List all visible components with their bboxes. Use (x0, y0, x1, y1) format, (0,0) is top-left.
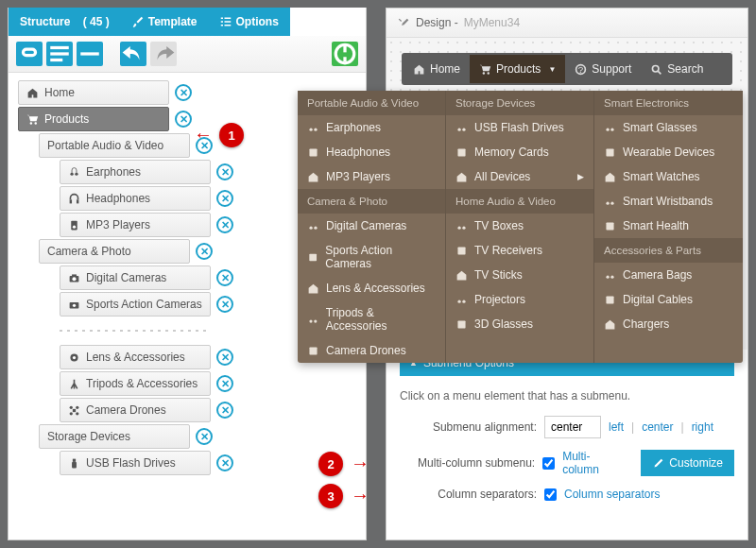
undo-button[interactable] (120, 42, 146, 66)
tree-item[interactable]: Lens & Accessories (60, 345, 211, 369)
mega-item[interactable]: Digital Cameras (298, 214, 445, 238)
mega-column: Portable Audio & VideoEarphonesHeadphone… (298, 91, 446, 363)
tree-item[interactable]: MP3 Players (60, 213, 211, 237)
mega-item[interactable]: Lens & Accessories (298, 276, 445, 300)
mega-item[interactable]: 3D Glasses (446, 312, 593, 336)
tree-item-label: Camera Drones (86, 403, 166, 417)
mega-item[interactable]: Smart Watches (594, 164, 743, 189)
mega-group-header: Camera & Photo (298, 189, 445, 214)
delete-button[interactable]: ✕ (216, 269, 233, 286)
svg-point-54 (462, 226, 465, 229)
multi-checkbox[interactable] (542, 457, 555, 470)
menu-products[interactable]: Products▼ (470, 55, 565, 83)
mega-item[interactable]: Headphones (298, 140, 445, 164)
mega-item[interactable]: Smart Glasses (594, 115, 743, 140)
tab-template[interactable]: Template (121, 8, 209, 36)
delete-button[interactable]: ✕ (216, 349, 233, 366)
redo-button[interactable] (150, 42, 177, 66)
tree-item[interactable]: Earphones (60, 160, 211, 184)
multi-link[interactable]: Multi-column (562, 450, 626, 476)
menu-home[interactable]: Home (404, 55, 470, 83)
align-left-link[interactable]: left (609, 420, 624, 434)
mega-item[interactable]: Smart Health (594, 214, 743, 238)
mega-item[interactable]: Earphones (298, 115, 445, 140)
tree-item[interactable]: Products (18, 107, 169, 131)
mega-group-header: Home Audio & Video (446, 189, 593, 214)
delete-button[interactable]: ✕ (216, 296, 233, 313)
mega-item[interactable]: TV Receivers (446, 238, 593, 263)
customize-button[interactable]: Customize (641, 450, 734, 476)
tree-item[interactable]: Home (18, 80, 169, 105)
svg-rect-64 (606, 222, 613, 230)
delete-button[interactable]: ✕ (196, 243, 213, 260)
tree-item[interactable]: Camera & Photo (39, 239, 190, 264)
align-center-link[interactable]: center (642, 420, 673, 434)
headphones-icon (68, 193, 80, 205)
apply-button[interactable] (332, 42, 358, 66)
tree-item[interactable]: Tripods & Accessories (60, 371, 211, 396)
tree-item[interactable]: Portable Audio & Video (39, 133, 190, 158)
svg-rect-49 (309, 347, 317, 354)
mega-item[interactable]: Camera Bags (594, 263, 743, 287)
tree-item[interactable]: Digital Cameras (60, 265, 211, 290)
sep-checkbox[interactable] (544, 488, 557, 501)
text-button[interactable] (46, 42, 73, 66)
svg-text:?: ? (578, 63, 584, 74)
mega-item[interactable]: Wearable Devices (594, 140, 743, 164)
tab-options[interactable]: Options (209, 8, 290, 36)
delete-button[interactable]: ✕ (216, 402, 233, 419)
tree-item-label: MP3 Players (86, 218, 150, 231)
delete-button[interactable]: ✕ (216, 163, 233, 180)
delete-button[interactable]: ✕ (216, 190, 233, 207)
mega-item[interactable]: TV Boxes (446, 214, 593, 238)
item-icon (307, 251, 318, 264)
preview-menubar: Home Products▼ ?Support Search (402, 53, 732, 85)
tree-item-label: Storage Devices (47, 430, 130, 443)
svg-rect-4 (220, 25, 222, 26)
mega-item[interactable]: Digital Cables (594, 287, 743, 312)
delete-button[interactable]: ✕ (196, 428, 213, 445)
submenu-options: ▲ Submenu Options Click on a menu elemen… (387, 350, 747, 520)
delete-button[interactable]: ✕ (175, 111, 192, 128)
mega-item[interactable]: Smart Wristbands (594, 189, 743, 214)
mega-item[interactable]: Chargers (594, 312, 743, 336)
mega-item[interactable]: USB Flash Drives (446, 115, 593, 140)
mega-item[interactable]: TV Sticks (446, 263, 593, 287)
mega-item[interactable]: All Devices▶ (446, 164, 593, 189)
mega-item[interactable]: Tripods & Accessories (298, 300, 445, 338)
tree-item[interactable]: Headphones (60, 186, 211, 211)
cart-icon (479, 63, 491, 76)
delete-button[interactable]: ✕ (175, 84, 192, 101)
mega-group-header: Smart Electronics (594, 91, 743, 115)
align-right-link[interactable]: right (692, 420, 713, 434)
mega-item[interactable]: MP3 Players (298, 164, 445, 189)
tree-separator (60, 328, 211, 334)
svg-rect-2 (220, 21, 222, 23)
delete-button[interactable]: ✕ (216, 216, 233, 233)
menu-search[interactable]: Search (641, 55, 713, 83)
svg-rect-61 (606, 148, 613, 156)
svg-line-40 (658, 71, 661, 74)
tree-item[interactable]: USB Flash Drives (60, 451, 211, 475)
item-icon (604, 220, 616, 232)
sep-link[interactable]: Column separators (564, 488, 660, 501)
mega-item[interactable]: Camera Drones (298, 338, 445, 363)
svg-point-56 (457, 300, 460, 302)
tree-item[interactable]: Sports Action Cameras (60, 292, 211, 317)
menu-support[interactable]: ?Support (565, 55, 641, 83)
tree-item[interactable]: Storage Devices (39, 424, 190, 449)
svg-rect-34 (72, 461, 77, 468)
mega-item[interactable]: Sports Action Cameras (298, 238, 445, 276)
mega-item[interactable]: Memory Cards (446, 140, 593, 164)
tab-structure[interactable]: Structure ( 45 ) (9, 8, 121, 36)
svg-rect-58 (457, 320, 465, 328)
tree-item[interactable]: Camera Drones (60, 398, 211, 422)
align-input[interactable] (544, 416, 601, 438)
delete-button[interactable]: ✕ (216, 375, 233, 392)
mega-item[interactable]: Projectors (446, 287, 593, 312)
home-icon (26, 87, 39, 99)
svg-rect-8 (50, 59, 62, 61)
separator-button[interactable] (77, 42, 103, 66)
delete-button[interactable]: ✕ (216, 454, 233, 471)
link-button[interactable] (16, 42, 43, 66)
